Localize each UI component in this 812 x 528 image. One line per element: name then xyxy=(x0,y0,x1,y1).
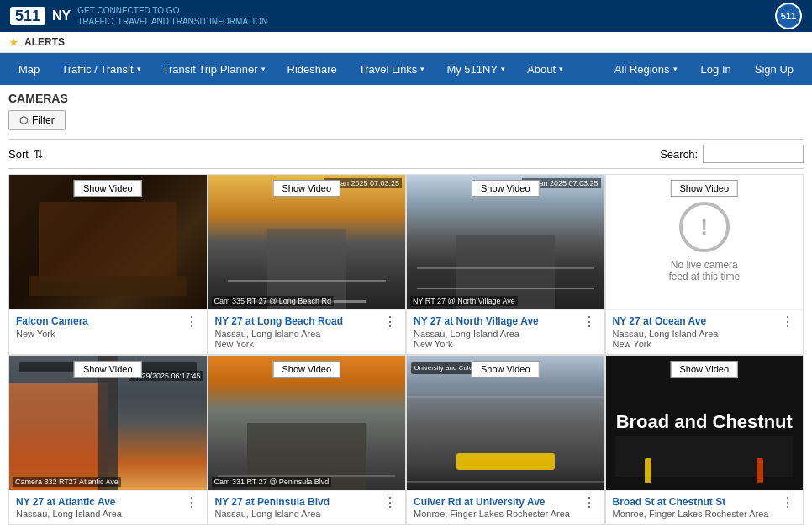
filter-button[interactable]: ⬡ Filter xyxy=(8,110,66,130)
camera-location: Monroe, Finger Lakes Rochester Area xyxy=(414,509,570,519)
camera-details: Broad St at Chestnut St Monroe, Finger L… xyxy=(613,496,769,520)
camera-thumbnail: Show Video Cam 331 RT 27 @ Peninsula Blv… xyxy=(208,356,406,490)
camera-card: Show Video Camera 332 RT27 Atlantic Ave … xyxy=(8,355,208,525)
show-video-button[interactable]: Show Video xyxy=(472,180,540,197)
camera-location-2: New York xyxy=(613,339,719,349)
sort-label: Sort xyxy=(8,148,29,161)
camera-card: Show Video ! No live camerafeed at this … xyxy=(605,174,804,355)
no-feed-text: No live camerafeed at this time xyxy=(668,259,740,282)
top-banner: 511 NY GET CONNECTED TO GO TRAFFIC, TRAV… xyxy=(0,0,812,32)
camera-menu-button[interactable]: ⋮ xyxy=(382,315,398,329)
camera-name: Culver Rd at University Ave xyxy=(414,496,570,510)
camera-location-2: New York xyxy=(414,339,539,349)
logo-badge: 511 xyxy=(775,3,802,29)
search-area: Search: xyxy=(660,145,804,163)
chevron-down-icon: ▾ xyxy=(261,65,266,73)
camera-location-2: New York xyxy=(215,339,343,349)
camera-menu-button[interactable]: ⋮ xyxy=(183,315,200,329)
chevron-down-icon: ▾ xyxy=(559,65,563,73)
camera-menu-button[interactable]: ⋮ xyxy=(581,315,598,329)
camera-location: New York xyxy=(16,329,88,339)
show-video-button[interactable]: Show Video xyxy=(74,180,142,197)
nav-login[interactable]: Log In xyxy=(691,53,741,85)
no-feed-icon: ! xyxy=(679,202,730,252)
camera-overlay-text: Cam 331 RT 27 @ Peninsula Blvd xyxy=(212,477,332,487)
camera-menu-button[interactable]: ⋮ xyxy=(779,496,796,510)
camera-name: NY 27 at North Village Ave xyxy=(414,315,539,329)
camera-info: Broad St at Chestnut St Monroe, Finger L… xyxy=(606,490,804,525)
camera-info: NY 27 at North Village Ave Nassau, Long … xyxy=(407,309,604,354)
camera-menu-button[interactable]: ⋮ xyxy=(779,315,796,329)
camera-details: NY 27 at North Village Ave Nassau, Long … xyxy=(414,315,539,349)
nav-my511ny[interactable]: My 511NY ▾ xyxy=(436,53,515,85)
camera-menu-button[interactable]: ⋮ xyxy=(581,496,598,510)
chevron-down-icon: ▾ xyxy=(420,65,424,73)
camera-location: Nassau, Long Island Area xyxy=(215,329,343,339)
page-content: CAMERAS ⬡ Filter Sort ⇅ Search: Show Vid… xyxy=(0,85,812,528)
chevron-down-icon: ▾ xyxy=(501,65,505,73)
nav-traffic-transit[interactable]: Traffic / Transit ▾ xyxy=(51,53,150,85)
camera-name: Broad St at Chestnut St xyxy=(613,496,769,510)
show-video-button[interactable]: Show Video xyxy=(670,361,738,378)
page-title: CAMERAS xyxy=(8,92,804,105)
nav-signup[interactable]: Sign Up xyxy=(745,53,804,85)
alerts-bar: ★ ALERTS xyxy=(0,32,812,53)
show-video-button[interactable]: Show Video xyxy=(272,180,340,197)
camera-card: Show Video Broad and Chestnut Broad St a… xyxy=(605,355,804,525)
camera-overlay-text: NY RT 27 @ North Village Ave xyxy=(410,296,518,306)
camera-details: Falcon Camera New York xyxy=(16,315,88,339)
nav-travel-links[interactable]: Travel Links ▾ xyxy=(349,53,435,85)
search-label: Search: xyxy=(660,148,698,161)
camera-thumbnail: Show Video University and Culver xyxy=(407,356,604,490)
camera-location: Nassau, Long Island Area xyxy=(613,329,719,339)
camera-card: Show Video Falcon Camera New York ⋮ xyxy=(8,174,208,355)
camera-menu-button[interactable]: ⋮ xyxy=(183,496,200,510)
show-video-button[interactable]: Show Video xyxy=(74,361,142,378)
logo-511: 511 xyxy=(10,7,45,25)
camera-thumbnail: Show Video Camera 332 RT27 Atlantic Ave … xyxy=(9,356,207,490)
camera-special-text: Broad and Chestnut xyxy=(616,411,793,433)
camera-info: NY 27 at Ocean Ave Nassau, Long Island A… xyxy=(606,309,804,354)
camera-card: Show Video NY RT 27 @ North Village Ave … xyxy=(406,174,605,355)
camera-overlay-text: Camera 332 RT27 Atlantic Ave xyxy=(13,477,121,487)
show-video-button[interactable]: Show Video xyxy=(472,361,540,378)
camera-card: Show Video Cam 335 RT 27 @ Long Beach Rd… xyxy=(208,174,407,355)
camera-details: Culver Rd at University Ave Monroe, Fing… xyxy=(414,496,570,520)
sort-search-bar: Sort ⇅ Search: xyxy=(8,139,804,169)
camera-thumbnail: Show Video NY RT 27 @ North Village Ave … xyxy=(407,175,604,309)
camera-info: NY 27 at Long Beach Road Nassau, Long Is… xyxy=(208,309,406,354)
nav-rideshare[interactable]: Rideshare xyxy=(277,53,347,85)
nav-about[interactable]: About ▾ xyxy=(517,53,573,85)
camera-grid: Show Video Falcon Camera New York ⋮ Show… xyxy=(8,174,804,525)
camera-location: Nassau, Long Island Area xyxy=(16,509,122,519)
camera-location: Nassau, Long Island Area xyxy=(215,509,330,519)
camera-details: NY 27 at Ocean Ave Nassau, Long Island A… xyxy=(613,315,719,349)
show-video-button[interactable]: Show Video xyxy=(670,180,738,197)
filter-label: Filter xyxy=(32,114,55,126)
filter-icon: ⬡ xyxy=(19,114,28,126)
camera-details: NY 27 at Peninsula Blvd Nassau, Long Isl… xyxy=(215,496,330,520)
chevron-down-icon: ▾ xyxy=(673,65,678,73)
camera-thumbnail: Show Video Cam 335 RT 27 @ Long Beach Rd… xyxy=(208,175,406,309)
logo-area: 511 NY GET CONNECTED TO GO TRAFFIC, TRAV… xyxy=(10,5,267,27)
sort-area: Sort ⇅ xyxy=(8,147,44,161)
nav-map[interactable]: Map xyxy=(8,53,50,85)
nav-all-regions[interactable]: All Regions ▾ xyxy=(604,53,688,85)
camera-location: Nassau, Long Island Area xyxy=(414,329,539,339)
camera-card: Show Video Cam 331 RT 27 @ Peninsula Blv… xyxy=(208,355,407,525)
nav-trip-planner[interactable]: Transit Trip Planner ▾ xyxy=(153,53,276,85)
alerts-star-icon: ★ xyxy=(8,35,19,49)
camera-details: NY 27 at Long Beach Road Nassau, Long Is… xyxy=(215,315,343,349)
camera-details: NY 27 at Atlantic Ave Nassau, Long Islan… xyxy=(16,496,122,520)
camera-thumbnail: Show Video xyxy=(9,175,207,309)
search-input[interactable] xyxy=(703,145,804,163)
sort-icon[interactable]: ⇅ xyxy=(34,147,44,161)
nav-bar: Map Traffic / Transit ▾ Transit Trip Pla… xyxy=(0,53,812,85)
camera-name: NY 27 at Long Beach Road xyxy=(215,315,343,329)
camera-info: NY 27 at Atlantic Ave Nassau, Long Islan… xyxy=(9,490,207,525)
show-video-button[interactable]: Show Video xyxy=(272,361,340,378)
nav-left: Map Traffic / Transit ▾ Transit Trip Pla… xyxy=(8,53,573,85)
camera-info: Culver Rd at University Ave Monroe, Fing… xyxy=(407,490,604,525)
camera-menu-button[interactable]: ⋮ xyxy=(382,496,398,510)
tagline: GET CONNECTED TO GO TRAFFIC, TRAVEL AND … xyxy=(77,5,267,27)
